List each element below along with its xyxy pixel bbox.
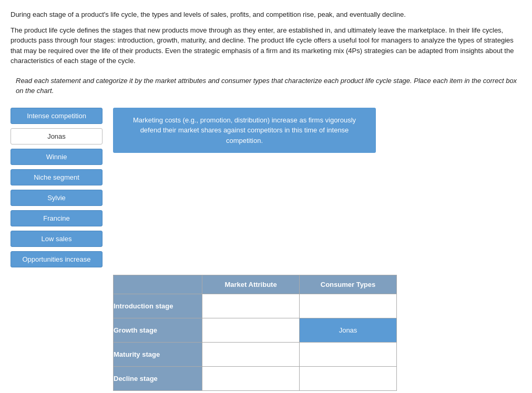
- stage-label-1: Growth stage: [114, 318, 202, 342]
- col-header-spacer: [114, 275, 202, 294]
- market-drop-cell-2[interactable]: [202, 342, 300, 366]
- table-row: Decline stage: [114, 366, 397, 390]
- table-area: Market Attribute Consumer Types Introduc…: [113, 275, 521, 391]
- drag-item-winnie[interactable]: Winnie: [11, 149, 103, 165]
- activity-area: Intense competitionJonasWinnieNiche segm…: [11, 108, 521, 391]
- consumer-drop-cell-0[interactable]: [300, 294, 397, 318]
- col-header-market: Market Attribute: [202, 275, 300, 294]
- drag-item-niche-segment[interactable]: Niche segment: [11, 169, 103, 185]
- stage-label-3: Decline stage: [114, 366, 202, 390]
- col-header-consumer: Consumer Types: [300, 275, 397, 294]
- floating-card: Marketing costs (e.g., promotion, distri…: [113, 108, 376, 153]
- stage-label-2: Maturity stage: [114, 342, 202, 366]
- drag-item-low-sales[interactable]: Low sales: [11, 231, 103, 247]
- drag-item-intense-competition[interactable]: Intense competition: [11, 108, 103, 124]
- consumer-drop-cell-3[interactable]: [300, 366, 397, 390]
- table-row: Growth stageJonas: [114, 318, 397, 342]
- left-panel: Intense competitionJonasWinnieNiche segm…: [11, 108, 103, 267]
- drag-item-opportunities-increase[interactable]: Opportunities increase: [11, 251, 103, 267]
- stage-label-0: Introduction stage: [114, 294, 202, 318]
- market-drop-cell-1[interactable]: [202, 318, 300, 342]
- instruction-text: Read each statement and categorize it by…: [16, 76, 521, 96]
- intro-para2: The product life cycle defines the stage…: [11, 25, 521, 66]
- market-drop-cell-0[interactable]: [202, 294, 300, 318]
- drag-item-francine[interactable]: Francine: [11, 210, 103, 226]
- drag-item-jonas[interactable]: Jonas: [11, 128, 103, 144]
- stage-table: Market Attribute Consumer Types Introduc…: [113, 275, 397, 391]
- consumer-drop-cell-1[interactable]: Jonas: [300, 318, 397, 342]
- drag-item-sylvie[interactable]: Sylvie: [11, 190, 103, 206]
- table-row: Introduction stage: [114, 294, 397, 318]
- intro-para1: During each stage of a product's life cy…: [11, 9, 521, 20]
- market-drop-cell-3[interactable]: [202, 366, 300, 390]
- table-row: Maturity stage: [114, 342, 397, 366]
- consumer-drop-cell-2[interactable]: [300, 342, 397, 366]
- top-row: Intense competitionJonasWinnieNiche segm…: [11, 108, 521, 267]
